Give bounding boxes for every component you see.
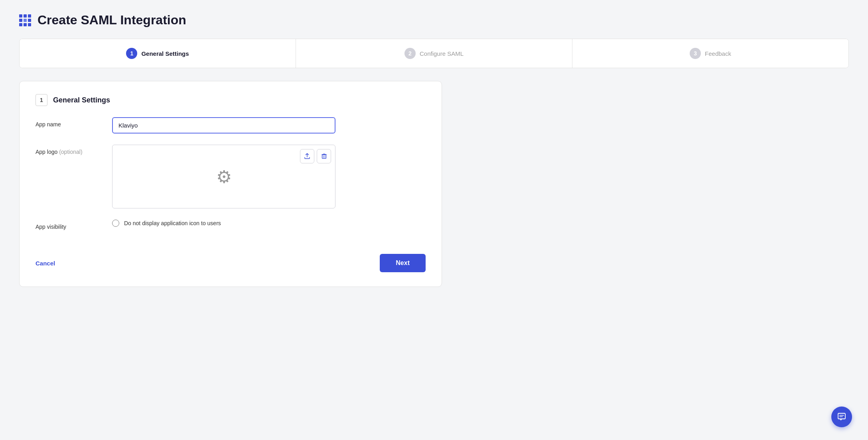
step-configure-saml[interactable]: 2 Configure SAML — [296, 39, 572, 68]
next-button[interactable]: Next — [380, 254, 426, 272]
app-name-input-wrap — [112, 117, 335, 134]
visibility-radio[interactable] — [112, 220, 119, 227]
visibility-option-label: Do not display application icon to users — [124, 220, 221, 226]
app-visibility-label: App visibility — [36, 220, 99, 230]
app-name-input[interactable] — [112, 117, 335, 134]
cancel-button[interactable]: Cancel — [36, 260, 55, 267]
step-feedback[interactable]: 3 Feedback — [572, 39, 848, 68]
upload-button[interactable] — [300, 149, 314, 163]
fab-help-button[interactable] — [831, 407, 852, 427]
app-name-row: App name — [36, 117, 426, 134]
step-2-label: Configure SAML — [420, 50, 464, 57]
step-2-number: 2 — [404, 48, 416, 59]
svg-rect-4 — [838, 413, 845, 419]
app-logo-label: App logo (optional) — [36, 145, 99, 155]
gear-placeholder-icon: ⚙ — [216, 167, 232, 187]
section-number: 1 — [36, 94, 47, 106]
step-general-settings[interactable]: 1 General Settings — [20, 39, 296, 68]
delete-button[interactable] — [317, 149, 331, 163]
steps-bar: 1 General Settings 2 Configure SAML 3 Fe… — [19, 39, 849, 68]
app-visibility-row: App visibility Do not display applicatio… — [36, 220, 426, 240]
page-title: Create SAML Integration — [37, 13, 186, 28]
logo-upload-actions — [300, 149, 331, 163]
svg-rect-1 — [322, 155, 326, 159]
card-footer: Cancel Next — [36, 254, 426, 272]
step-3-number: 3 — [690, 48, 701, 59]
section-title: General Settings — [53, 96, 110, 104]
step-3-label: Feedback — [705, 50, 731, 57]
app-name-label: App name — [36, 117, 99, 128]
main-card: 1 General Settings App name App logo (op… — [19, 81, 442, 287]
app-logo-row: App logo (optional) — [36, 145, 426, 208]
step-1-number: 1 — [126, 48, 137, 59]
visibility-option-row: Do not display application icon to users — [112, 220, 335, 227]
app-logo-upload-wrap: ⚙ — [112, 145, 335, 208]
logo-upload-area[interactable]: ⚙ — [112, 145, 335, 208]
app-visibility-control-wrap: Do not display application icon to users — [112, 220, 335, 240]
section-header: 1 General Settings — [36, 94, 426, 106]
step-1-label: General Settings — [141, 50, 189, 57]
page-header: Create SAML Integration — [19, 13, 849, 28]
app-logo-optional: (optional) — [59, 149, 82, 155]
grid-icon — [19, 14, 31, 26]
